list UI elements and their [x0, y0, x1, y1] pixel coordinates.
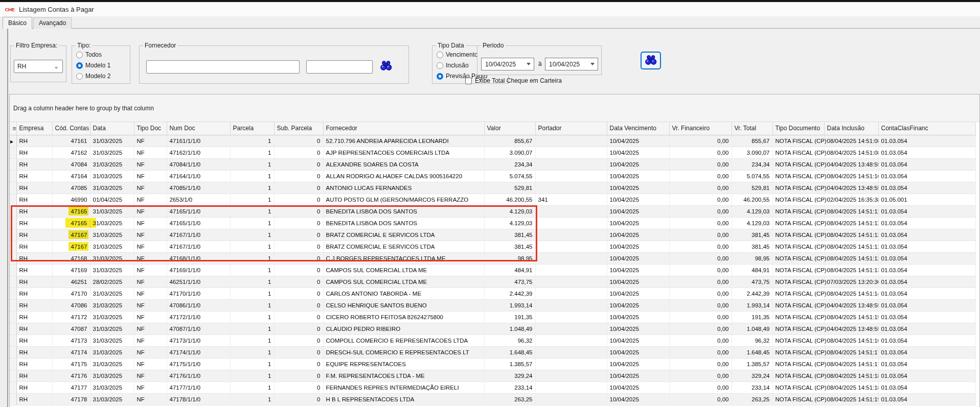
cell-portador[interactable]	[535, 346, 607, 358]
cell-cod-contas[interactable]: 47165	[52, 205, 90, 217]
cell-valor[interactable]: 233,14	[484, 381, 535, 393]
cell-data-vencimento[interactable]: 10/04/2025	[607, 370, 669, 381]
periodo-to-datepicker[interactable]: 10/04/2025	[545, 58, 598, 70]
cell-fornecedor[interactable]: BRATZ COMERCIAL E SERVICOS LTDA	[323, 241, 484, 252]
cell-data-vencimento[interactable]: 10/04/2025	[607, 276, 669, 288]
cell-data-vencimento[interactable]: 10/04/2025	[607, 299, 669, 311]
cell-parcela[interactable]: 1	[230, 135, 274, 147]
cell-data[interactable]: 31/03/2025	[90, 288, 134, 299]
cell-empresa[interactable]: RH	[16, 346, 52, 358]
cell-sub-parcela[interactable]: 0	[274, 205, 323, 217]
cell-data-inclusao[interactable]: 04/04/2025 13:48:55	[824, 182, 878, 194]
cell-empresa[interactable]: RH	[16, 323, 52, 334]
cell-num-doc[interactable]: 47178/1/1/0	[167, 393, 230, 405]
cell-parcela[interactable]: 1	[230, 323, 274, 334]
radio-tipo-modelo-2[interactable]: Modelo 2	[76, 73, 110, 80]
cell-data[interactable]: 01/04/2025	[90, 194, 134, 205]
cell-data-inclusao[interactable]: 07/03/2025 13:20:30	[824, 276, 878, 288]
cell-conta-clas-financ[interactable]: 01.03.054	[878, 241, 975, 252]
cell-vr-total[interactable]: 46.200,55	[732, 194, 772, 205]
cell-data-vencimento[interactable]: 10/04/2025	[607, 205, 669, 217]
cell-portador[interactable]	[535, 170, 607, 182]
cell-sub-parcela[interactable]: 0	[274, 346, 323, 358]
cell-parcela[interactable]: 1	[230, 381, 274, 393]
radio-tipo-modelo-1[interactable]: Modelo 1	[76, 62, 110, 69]
cell-num-doc[interactable]: 47165/1/1/0	[167, 217, 230, 229]
cell-data-inclusao[interactable]: 08/04/2025 14:51:11	[824, 217, 878, 229]
cell-tipo-documento[interactable]: NOTA FISCAL (CP)	[772, 170, 824, 182]
cell-tipo-documento[interactable]: NOTA FISCAL (CP)	[772, 370, 824, 381]
cell-data-inclusao[interactable]: 08/04/2025 14:51:18	[824, 381, 878, 393]
cell-data[interactable]: 31/03/2025	[90, 252, 134, 264]
cell-tipo-documento[interactable]: NOTA FISCAL (CP)	[772, 217, 824, 229]
cell-parcela[interactable]: 1	[230, 170, 274, 182]
cell-cod-contas[interactable]: 47167	[52, 241, 90, 252]
cell-num-doc[interactable]: 47165/1/1/0	[167, 205, 230, 217]
cell-tipo-documento[interactable]: NOTA FISCAL (CP)	[772, 323, 824, 334]
cell-portador[interactable]	[535, 299, 607, 311]
cell-data[interactable]: 31/03/2025	[90, 393, 134, 405]
cell-parcela[interactable]: 1	[230, 370, 274, 381]
cell-vr-financeiro[interactable]: 0,00	[669, 288, 732, 299]
cell-num-doc[interactable]: 47173/1/1/0	[167, 334, 230, 346]
cell-sub-parcela[interactable]: 0	[274, 229, 323, 241]
exibe-total-checkbox[interactable]: Exibe Total Cheque em Carteira	[465, 77, 562, 84]
cell-vr-financeiro[interactable]: 0,00	[669, 217, 732, 229]
cell-cod-contas[interactable]: 47177	[52, 381, 90, 393]
cell-cod-contas[interactable]: 47173	[52, 334, 90, 346]
row-indicator-header[interactable]: ≣	[10, 122, 16, 135]
cell-vr-financeiro[interactable]: 0,00	[669, 393, 732, 405]
cell-data-inclusao[interactable]: 08/04/2025 14:51:08	[824, 135, 878, 147]
cell-portador[interactable]	[535, 205, 607, 217]
radio-tipo-todos[interactable]: Todos	[76, 51, 110, 58]
cell-fornecedor[interactable]: AJP REPRESENTACOES COMERCIAIS LTDA	[323, 147, 484, 158]
cell-conta-clas-financ[interactable]: 01.03.054	[878, 264, 975, 276]
cell-cod-contas[interactable]: 47172	[52, 311, 90, 323]
cell-tipo-doc[interactable]: NF	[134, 276, 167, 288]
cell-tipo-doc[interactable]: NF	[134, 170, 167, 182]
table-row[interactable]: ▶RH4716131/03/2025NF47161/1/1/01052.710.…	[10, 135, 975, 147]
cell-sub-parcela[interactable]: 0	[274, 381, 323, 393]
cell-vr-financeiro[interactable]: 0,00	[669, 147, 732, 158]
cell-data-vencimento[interactable]: 10/04/2025	[607, 311, 669, 323]
cell-portador[interactable]	[535, 135, 607, 147]
cell-data-inclusao[interactable]: 04/04/2025 13:48:55	[824, 323, 878, 334]
cell-fornecedor[interactable]: CLAUDIO PEDRO RIBEIRO	[323, 323, 484, 334]
cell-empresa[interactable]: RH	[16, 393, 52, 405]
cell-fornecedor[interactable]: CELSO HENRIQUE SANTOS BUENO	[323, 299, 484, 311]
cell-portador[interactable]	[535, 276, 607, 288]
cell-valor[interactable]: 381,45	[484, 241, 535, 252]
cell-data-inclusao[interactable]: 08/04/2025 14:51:17	[824, 346, 878, 358]
cell-valor[interactable]: 2.442,39	[484, 288, 535, 299]
cell-data-inclusao[interactable]: 08/04/2025 14:51:12	[824, 229, 878, 241]
cell-fornecedor[interactable]: DRESCH-SUL COMERCIO E REPRESENTACOES LT	[323, 346, 484, 358]
cell-fornecedor[interactable]: CARLOS ANTONIO TABORDA - ME	[323, 288, 484, 299]
cell-fornecedor[interactable]: C J BORGES REPRESENTACOES LTDA ME	[323, 252, 484, 264]
cell-tipo-documento[interactable]: NOTA FISCAL (CP)	[772, 135, 824, 147]
cell-num-doc[interactable]: 47175/1/1/0	[167, 358, 230, 370]
cell-conta-clas-financ[interactable]: 01.03.054	[878, 170, 975, 182]
cell-num-doc[interactable]: 47086/1/1/0	[167, 299, 230, 311]
cell-num-doc[interactable]: 47084/1/1/0	[167, 158, 230, 170]
column-header-sub-parcela[interactable]: Sub. Parcela	[274, 122, 323, 135]
cell-data[interactable]: 31/03/2025	[90, 264, 134, 276]
periodo-from-datepicker[interactable]: 10/04/2025	[481, 58, 534, 70]
cell-fornecedor[interactable]: CICERO ROBERTO FEITOSA 82624275800	[323, 311, 484, 323]
cell-vr-total[interactable]: 233,14	[732, 381, 772, 393]
cell-parcela[interactable]: 1	[230, 264, 274, 276]
cell-tipo-documento[interactable]: NOTA FISCAL (CP)	[772, 311, 824, 323]
cell-parcela[interactable]: 1	[230, 229, 274, 241]
cell-tipo-doc[interactable]: NF	[134, 147, 167, 158]
table-row[interactable]: RH4717231/03/2025NF47172/1/1/010CICERO R…	[10, 311, 975, 323]
cell-data[interactable]: 31/03/2025	[90, 182, 134, 194]
cell-num-doc[interactable]: 47176/1/1/0	[167, 370, 230, 381]
cell-parcela[interactable]: 1	[230, 194, 274, 205]
column-header-data[interactable]: Data	[90, 122, 134, 135]
cell-data[interactable]: 31/03/2025	[90, 358, 134, 370]
cell-tipo-documento[interactable]: NOTA FISCAL (CP)	[772, 288, 824, 299]
cell-data-inclusao[interactable]: 08/04/2025 14:51:18	[824, 370, 878, 381]
cell-tipo-documento[interactable]: NOTA FISCAL (CP)	[772, 334, 824, 346]
cell-vr-total[interactable]: 3.090,07	[732, 147, 772, 158]
cell-parcela[interactable]: 1	[230, 241, 274, 252]
cell-sub-parcela[interactable]: 0	[274, 241, 323, 252]
